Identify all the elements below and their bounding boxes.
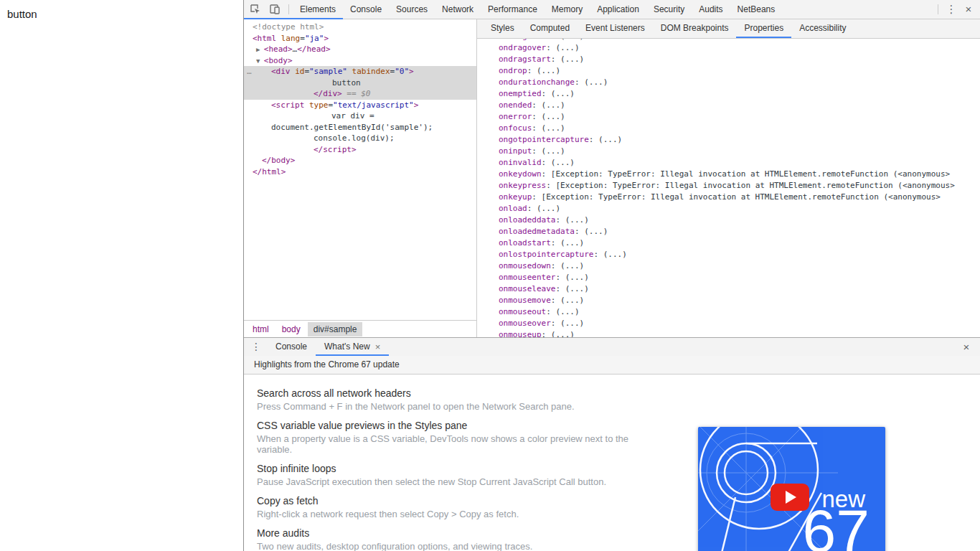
breadcrumb-item-html[interactable]: html bbox=[247, 322, 275, 336]
whatsnew-item-title[interactable]: Search across all network headers bbox=[257, 388, 980, 399]
devtools-close-icon[interactable]: × bbox=[960, 0, 977, 19]
tab-security[interactable]: Security bbox=[646, 0, 692, 19]
code-segment: = bbox=[300, 34, 305, 43]
tree-line[interactable]: </div> == $0 bbox=[244, 88, 476, 100]
property-name: onloadedmetadata bbox=[499, 227, 575, 236]
property-colon: : bbox=[551, 261, 560, 270]
property-row[interactable]: onmouseup: (...) bbox=[477, 329, 980, 337]
property-value: (...) bbox=[565, 284, 589, 293]
property-value: (...) bbox=[560, 296, 584, 305]
sidebar-tab-computed[interactable]: Computed bbox=[522, 19, 578, 38]
tree-line[interactable]: </script> bbox=[244, 144, 476, 156]
tree-line[interactable]: document.getElementById('sample'); bbox=[244, 122, 476, 133]
code-segment: button bbox=[332, 78, 361, 88]
property-row[interactable]: onended: (...) bbox=[477, 100, 980, 111]
tree-line[interactable]: <script type="text/javascript"> bbox=[244, 100, 476, 111]
sidebar-tab-event-listeners[interactable]: Event Listeners bbox=[578, 19, 653, 38]
property-row[interactable]: onmouseout: (...) bbox=[477, 306, 980, 318]
property-value: (...) bbox=[551, 89, 575, 98]
property-row[interactable]: ondragstart: (...) bbox=[477, 54, 980, 65]
tab-network[interactable]: Network bbox=[435, 0, 481, 19]
tree-line[interactable]: <html lang="ja"> bbox=[244, 33, 476, 44]
property-row[interactable]: onloadstart: (...) bbox=[477, 237, 980, 249]
property-row[interactable]: oninput: (...) bbox=[477, 146, 980, 157]
sample-div-text[interactable]: button bbox=[7, 8, 37, 20]
property-value: (...) bbox=[560, 238, 584, 248]
property-value: [Exception: TypeError: Illegal invocatio… bbox=[555, 181, 954, 190]
property-colon: : bbox=[555, 215, 565, 225]
tree-line[interactable]: <!doctype html> bbox=[244, 22, 476, 33]
property-row[interactable]: onmousedown: (...) bbox=[477, 260, 980, 272]
sidebar-tab-accessibility[interactable]: Accessibility bbox=[791, 19, 854, 38]
tab-elements[interactable]: Elements bbox=[293, 0, 343, 19]
whatsnew-item-desc: Two new audits, desktop configuration op… bbox=[257, 541, 644, 551]
tree-line[interactable]: button bbox=[244, 77, 476, 89]
property-row[interactable]: ondragover: (...) bbox=[477, 42, 980, 54]
drawer-menu-icon[interactable]: ⋮ bbox=[251, 338, 261, 356]
tab-memory[interactable]: Memory bbox=[545, 0, 590, 19]
breadcrumb-item-div-sample[interactable]: div#sample bbox=[308, 322, 363, 336]
tab-console[interactable]: Console bbox=[343, 0, 389, 19]
property-colon: : bbox=[546, 43, 555, 52]
breadcrumb-item-body[interactable]: body bbox=[276, 322, 306, 336]
property-value: (...) bbox=[555, 43, 579, 52]
sidebar-tab-properties[interactable]: Properties bbox=[736, 19, 791, 38]
tree-line[interactable]: console.log(div); bbox=[244, 133, 476, 144]
tree-line[interactable]: </html> bbox=[244, 166, 476, 178]
tab-sources[interactable]: Sources bbox=[389, 0, 435, 19]
property-name: ondragleave bbox=[499, 39, 551, 41]
property-row[interactable]: ondurationchange: (...) bbox=[477, 77, 980, 88]
tab-performance[interactable]: Performance bbox=[481, 0, 545, 19]
property-row[interactable]: onload: (...) bbox=[477, 203, 980, 215]
tab-application[interactable]: Application bbox=[590, 0, 646, 19]
property-colon: : bbox=[532, 112, 541, 121]
drawer-toolbar: ⋮ ConsoleWhat's New× × bbox=[244, 338, 980, 356]
property-row[interactable]: onmouseenter: (...) bbox=[477, 272, 980, 283]
property-row[interactable]: onemptied: (...) bbox=[477, 88, 980, 100]
property-row[interactable]: ongotpointercapture: (...) bbox=[477, 134, 980, 146]
property-value: (...) bbox=[584, 227, 608, 236]
property-name: onloadeddata bbox=[499, 215, 555, 225]
property-name: oninvalid bbox=[499, 158, 542, 167]
devtools-menu-icon[interactable]: ⋮ bbox=[943, 0, 960, 19]
property-row[interactable]: onloadedmetadata: (...) bbox=[477, 226, 980, 237]
property-name: onfocus bbox=[499, 123, 532, 133]
drawer-close-icon[interactable]: × bbox=[958, 338, 974, 356]
thumbnail-version-number: 67 bbox=[803, 507, 870, 551]
property-value: (...) bbox=[560, 261, 584, 270]
tab-close-icon[interactable]: × bbox=[375, 338, 381, 356]
property-row[interactable]: onloadeddata: (...) bbox=[477, 215, 980, 226]
property-row[interactable]: oninvalid: (...) bbox=[477, 157, 980, 169]
property-value: (...) bbox=[537, 204, 560, 213]
property-row[interactable]: onmouseover: (...) bbox=[477, 318, 980, 329]
property-name: onemptied bbox=[499, 89, 542, 98]
property-row[interactable]: onmousemove: (...) bbox=[477, 295, 980, 306]
property-row[interactable]: onkeydown: [Exception: TypeError: Illega… bbox=[477, 169, 980, 180]
property-colon: : bbox=[532, 192, 541, 202]
property-name: ondrop bbox=[499, 66, 527, 75]
property-row[interactable]: onkeypress: [Exception: TypeError: Illeg… bbox=[477, 180, 980, 192]
property-row[interactable]: onkeyup: [Exception: TypeError: Illegal … bbox=[477, 192, 980, 203]
drawer-tab-console[interactable]: Console bbox=[267, 338, 316, 356]
tree-line[interactable]: ▼ <body> bbox=[244, 55, 476, 67]
tree-line[interactable]: ▶ <head>…</head> bbox=[244, 44, 476, 55]
tree-line[interactable]: …<div id="sample" tabindex="0"> bbox=[244, 66, 476, 77]
inspect-element-icon[interactable] bbox=[250, 4, 261, 15]
chrome-67-video-thumbnail[interactable]: new 67 bbox=[698, 427, 885, 551]
property-name: onloadstart bbox=[499, 238, 551, 248]
property-name: onload bbox=[499, 204, 527, 213]
property-row[interactable]: onmouseleave: (...) bbox=[477, 283, 980, 295]
tab-netbeans[interactable]: NetBeans bbox=[730, 0, 783, 19]
tree-line[interactable]: var div = bbox=[244, 110, 476, 122]
drawer-tab-what-s-new[interactable]: What's New× bbox=[316, 338, 389, 356]
device-toolbar-icon[interactable] bbox=[269, 4, 281, 15]
property-row[interactable]: onfocus: (...) bbox=[477, 123, 980, 134]
tab-audits[interactable]: Audits bbox=[692, 0, 730, 19]
property-row[interactable]: onerror: (...) bbox=[477, 111, 980, 123]
sidebar-tab-styles[interactable]: Styles bbox=[483, 19, 522, 38]
property-row[interactable]: onlostpointercapture: (...) bbox=[477, 249, 980, 260]
property-row[interactable]: ondrop: (...) bbox=[477, 65, 980, 77]
sidebar-tab-dom-breakpoints[interactable]: DOM Breakpoints bbox=[653, 19, 737, 38]
code-segment: <!doctype html> bbox=[253, 22, 324, 32]
tree-line[interactable]: </body> bbox=[244, 155, 476, 166]
